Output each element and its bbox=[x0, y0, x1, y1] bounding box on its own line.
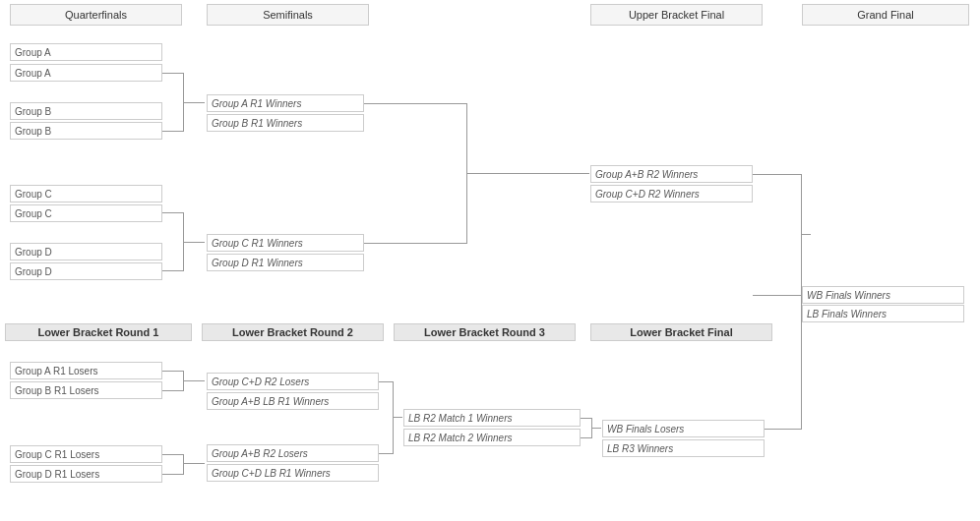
header-semifinals: Semifinals bbox=[207, 4, 369, 26]
slot-lbf1: WB Finals Losers bbox=[602, 420, 765, 437]
slot-gf1: WB Finals Winners bbox=[802, 286, 964, 304]
slot-ubf2: Group C+D R2 Winners bbox=[590, 185, 753, 203]
bracket-container: Quarterfinals Semifinals Upper Bracket F… bbox=[0, 0, 980, 521]
slot-sa1: Group A R1 Winners bbox=[207, 94, 364, 112]
slot-qc1: Group C bbox=[10, 185, 162, 203]
slot-qc2: Group C bbox=[10, 204, 162, 222]
header-lb-final: Lower Bracket Final bbox=[590, 323, 772, 341]
header-upper-bracket-final: Upper Bracket Final bbox=[590, 4, 763, 26]
header-quarterfinals: Quarterfinals bbox=[10, 4, 182, 26]
slot-sa2: Group B R1 Winners bbox=[207, 114, 364, 132]
slot-ubf1: Group A+B R2 Winners bbox=[590, 165, 753, 183]
slot-lb1d: Group D R1 Losers bbox=[10, 465, 162, 483]
slot-lb2a: Group C+D R2 Losers bbox=[207, 373, 379, 390]
slot-gf2: LB Finals Winners bbox=[802, 305, 964, 322]
slot-qb1: Group B bbox=[10, 102, 162, 120]
slot-lb2d: Group C+D LB R1 Winners bbox=[207, 464, 379, 482]
slot-qd1: Group D bbox=[10, 243, 162, 260]
header-lb-round3: Lower Bracket Round 3 bbox=[394, 323, 576, 341]
slot-lb1c: Group C R1 Losers bbox=[10, 445, 162, 463]
header-lb-round2: Lower Bracket Round 2 bbox=[202, 323, 384, 341]
slot-lb3a: LB R2 Match 1 Winners bbox=[403, 409, 581, 427]
slot-lb2c: Group A+B R2 Losers bbox=[207, 444, 379, 462]
slot-qb2: Group B bbox=[10, 122, 162, 140]
slot-sc2: Group D R1 Winners bbox=[207, 254, 364, 271]
header-lb-round1: Lower Bracket Round 1 bbox=[5, 323, 192, 341]
slot-lbf2: LB R3 Winners bbox=[602, 439, 765, 457]
slot-qa1: Group A bbox=[10, 43, 162, 61]
slot-qd2: Group D bbox=[10, 262, 162, 280]
header-grand-final: Grand Final bbox=[802, 4, 969, 26]
slot-sc1: Group C R1 Winners bbox=[207, 234, 364, 252]
slot-lb1a: Group A R1 Losers bbox=[10, 362, 162, 379]
slot-lb2b: Group A+B LB R1 Winners bbox=[207, 392, 379, 410]
slot-qa2: Group A bbox=[10, 64, 162, 82]
slot-lb1b: Group B R1 Losers bbox=[10, 381, 162, 399]
slot-lb3b: LB R2 Match 2 Winners bbox=[403, 429, 581, 446]
